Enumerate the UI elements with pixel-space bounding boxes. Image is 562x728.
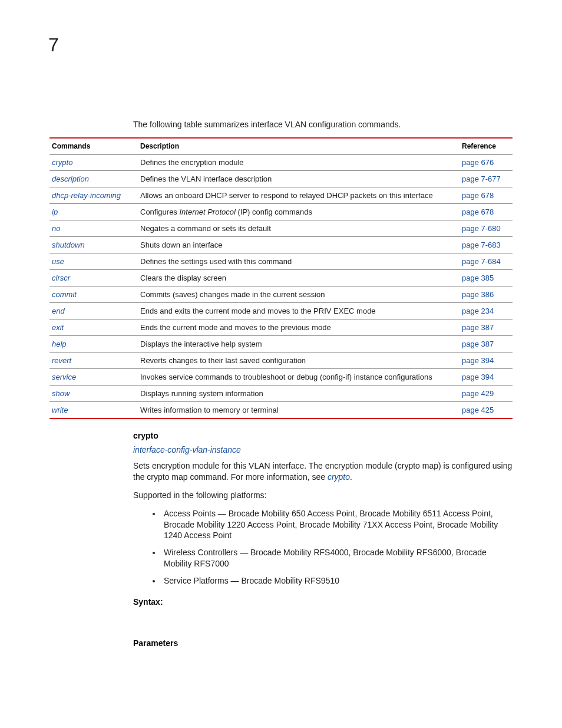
cmd-desc: Negates a command or sets its default <box>138 220 459 237</box>
cmd-link[interactable]: clrscr <box>52 274 70 282</box>
cmd-link[interactable]: service <box>52 373 76 381</box>
syntax-heading: Syntax: <box>133 597 513 607</box>
inline-link-crypto[interactable]: crypto <box>328 472 350 482</box>
page-link[interactable]: page 234 <box>462 307 494 315</box>
table-row: service Invokes service commands to trou… <box>49 369 513 386</box>
cmd-desc: Shuts down an interface <box>138 237 459 253</box>
table-header-row: Commands Description Reference <box>49 138 513 154</box>
cmd-link[interactable]: show <box>52 389 70 398</box>
page-link[interactable]: page 385 <box>462 274 494 282</box>
cmd-link[interactable]: shutdown <box>52 241 85 249</box>
cmd-link[interactable]: ip <box>52 207 58 216</box>
cmd-desc: Ends and exits the current mode and move… <box>138 303 459 319</box>
commands-table: Commands Description Reference crypto De… <box>49 137 513 419</box>
table-row: shutdown Shuts down an interface page 7-… <box>49 237 513 253</box>
parameters-heading: Parameters <box>133 638 513 648</box>
cmd-desc: Defines the VLAN interface description <box>138 171 459 187</box>
cmd-link[interactable]: dhcp-relay-incoming <box>52 191 121 200</box>
table-row: description Defines the VLAN interface d… <box>49 171 513 187</box>
table-row: ip Configures Internet Protocol (IP) con… <box>49 204 513 220</box>
cmd-link[interactable]: use <box>52 257 64 266</box>
crypto-section: crypto interface-config-vlan-instance Se… <box>133 431 513 648</box>
cmd-link[interactable]: description <box>52 174 89 183</box>
list-item: Service Platforms — Brocade Mobility RFS… <box>161 575 513 587</box>
table-row: end Ends and exits the current mode and … <box>49 303 513 319</box>
page-link[interactable]: page 7-677 <box>462 174 501 183</box>
page-link[interactable]: page 676 <box>462 158 494 167</box>
cmd-desc: Displays the interactive help system <box>138 336 459 353</box>
context-link[interactable]: interface-config-vlan-instance <box>133 445 513 454</box>
cmd-desc: Writes information to memory or terminal <box>138 402 459 419</box>
cmd-desc: Clears the display screen <box>138 270 459 286</box>
page-link[interactable]: page 7-680 <box>462 224 501 233</box>
col-header-commands: Commands <box>49 138 138 154</box>
page-link[interactable]: page 387 <box>462 323 494 332</box>
table-row: use Defines the settings used with this … <box>49 253 513 270</box>
table-row: clrscr Clears the display screen page 38… <box>49 270 513 286</box>
crypto-description: Sets encryption module for this VLAN int… <box>133 460 513 483</box>
page-link[interactable]: page 425 <box>462 406 494 414</box>
page-link[interactable]: page 7-683 <box>462 241 501 249</box>
page-link[interactable]: page 394 <box>462 373 494 381</box>
cmd-link[interactable]: crypto <box>52 158 72 167</box>
intro-text: The following table summarizes interface… <box>133 120 513 129</box>
cmd-link[interactable]: no <box>52 224 60 233</box>
table-row: write Writes information to memory or te… <box>49 402 513 419</box>
cmd-desc: Displays running system information <box>138 386 459 402</box>
cmd-desc: Invokes service commands to troubleshoot… <box>138 369 459 386</box>
col-header-description: Description <box>138 138 459 154</box>
cmd-desc: Configures Internet Protocol (IP) config… <box>138 204 459 220</box>
cmd-desc: Defines the settings used with this comm… <box>138 253 459 270</box>
cmd-link[interactable]: commit <box>52 290 77 299</box>
page-link[interactable]: page 7-684 <box>462 257 501 266</box>
table-row: exit Ends the current mode and moves to … <box>49 319 513 336</box>
table-row: commit Commits (saves) changes made in t… <box>49 286 513 303</box>
list-item: Wireless Controllers — Brocade Mobility … <box>161 547 513 569</box>
table-row: show Displays running system information… <box>49 386 513 402</box>
cmd-desc: Reverts changes to their last saved conf… <box>138 353 459 369</box>
cmd-link[interactable]: exit <box>52 323 64 332</box>
page-link[interactable]: page 678 <box>462 207 494 216</box>
cmd-desc: Allows an onboard DHCP server to respond… <box>138 187 459 204</box>
table-row: revert Reverts changes to their last sav… <box>49 353 513 369</box>
cmd-link[interactable]: write <box>52 406 68 414</box>
page-link[interactable]: page 678 <box>462 191 494 200</box>
col-header-reference: Reference <box>459 138 513 154</box>
platforms-list: Access Points — Brocade Mobility 650 Acc… <box>133 508 513 587</box>
cmd-desc: Ends the current mode and moves to the p… <box>138 319 459 336</box>
page-link[interactable]: page 394 <box>462 356 494 365</box>
table-row: crypto Defines the encryption module pag… <box>49 154 513 171</box>
page-link[interactable]: page 429 <box>462 389 494 398</box>
cmd-desc: Commits (saves) changes made in the curr… <box>138 286 459 303</box>
list-item: Access Points — Brocade Mobility 650 Acc… <box>161 508 513 542</box>
section-heading-crypto: crypto <box>133 431 513 440</box>
cmd-link[interactable]: revert <box>52 356 71 365</box>
table-row: no Negates a command or sets its default… <box>49 220 513 237</box>
cmd-desc: Defines the encryption module <box>138 154 459 171</box>
cmd-link[interactable]: help <box>52 340 67 348</box>
table-row: help Displays the interactive help syste… <box>49 336 513 353</box>
platforms-intro: Supported in the following platforms: <box>133 490 513 501</box>
page-link[interactable]: page 386 <box>462 290 494 299</box>
page-link[interactable]: page 387 <box>462 340 494 348</box>
cmd-link[interactable]: end <box>52 307 65 315</box>
table-row: dhcp-relay-incoming Allows an onboard DH… <box>49 187 513 204</box>
chapter-number: 7 <box>48 34 513 56</box>
